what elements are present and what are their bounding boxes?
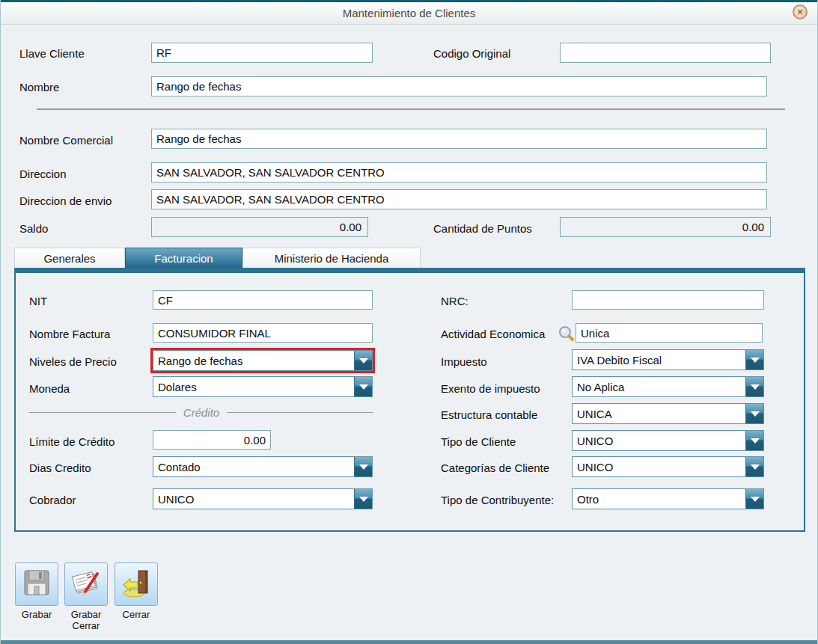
tab-generales-label: Generales [43,252,95,265]
llave-cliente-label: Llave Cliente [19,47,85,60]
tab-facturacion[interactable]: Facturacion [125,248,242,268]
exento-impuesto-value: No Aplica [573,377,745,396]
categorias-cliente-value: UNICO [573,457,745,476]
tab-generales[interactable]: Generales [14,248,125,268]
cerrar-button-label: Cerrar [108,609,165,620]
window-bottom-bar [1,640,817,644]
nombre-label: Nombre [19,81,59,93]
credito-group-title: Crédito [183,406,219,419]
close-icon[interactable]: × [793,4,808,19]
cobrador-label: Cobrador [29,494,76,506]
chevron-down-icon[interactable] [354,457,372,476]
chevron-down-icon[interactable] [745,377,763,396]
exento-impuesto-dropdown[interactable]: No Aplica [572,376,764,397]
impuesto-label: Impuesto [441,355,487,368]
categorias-cliente-label: Categorías de Cliente [441,461,549,474]
nombre-comercial-label: Nombre Comercial [19,134,113,147]
codigo-original-label: Codigo Original [433,47,510,60]
chevron-down-icon[interactable] [745,489,763,509]
actividad-economica-field[interactable] [576,323,763,343]
tab-facturacion-label: Facturacion [154,252,213,265]
tipo-cliente-label: Tipo de Cliente [441,435,516,448]
dias-credito-value: Contado [153,457,354,476]
cantidad-puntos-label: Cantidad de Puntos [433,222,532,235]
chevron-down-icon[interactable] [745,350,763,369]
nit-label: NIT [29,295,47,307]
limite-credito-label: Límite de Crédito [29,435,115,448]
grabar-cerrar-button[interactable] [64,562,108,606]
cerrar-button[interactable] [115,562,158,606]
grabar-cerrar-button-label: Grabar Cerrar [58,609,115,631]
tipo-cliente-dropdown[interactable]: UNICO [572,430,764,451]
direccion-envio-label: Direccion de envio [19,194,112,207]
cobrador-value: UNICO [153,489,354,509]
niveles-precio-dropdown[interactable]: Rango de fechas [153,350,373,371]
grabar-button-label: Grabar [8,609,65,620]
niveles-precio-label: Niveles de Precio [29,355,117,368]
tab-ministerio-label: Ministerio de Hacienda [275,252,389,265]
nit-field[interactable] [153,290,373,310]
tipo-contribuyente-dropdown[interactable]: Otro [572,488,764,509]
moneda-label: Moneda [29,382,70,395]
impuesto-dropdown[interactable]: IVA Debito Fiscal [572,349,764,370]
saldo-label: Saldo [19,222,48,235]
nombre-factura-field[interactable] [153,323,373,343]
saldo-field [151,217,368,237]
nombre-comercial-field[interactable] [151,129,767,149]
direccion-envio-field[interactable] [151,189,767,209]
chevron-down-icon[interactable] [354,351,372,370]
chevron-down-icon[interactable] [745,431,763,450]
chevron-down-icon[interactable] [745,457,763,476]
estructura-contable-label: Estructura contable [441,408,537,421]
nrc-field[interactable] [572,290,764,310]
limite-credito-field[interactable] [153,430,271,450]
nrc-label: NRC: [441,295,468,307]
dias-credito-label: Dias Credito [29,461,91,474]
chevron-down-icon[interactable] [354,377,372,396]
cobrador-dropdown[interactable]: UNICO [153,488,373,509]
grabar-button[interactable] [15,562,58,606]
tab-ministerio-de-hacienda[interactable]: Ministerio de Hacienda [242,248,421,268]
title-bar[interactable]: Mantenimiento de Clientes [1,2,817,25]
section-divider [37,108,785,110]
page-title: Mantenimiento de Clientes [343,7,476,19]
floppy-disk-icon [22,568,52,601]
direccion-field[interactable] [151,162,767,183]
credito-group-divider: Crédito [29,406,373,419]
estructura-contable-value: UNICA [573,404,745,423]
impuesto-value: IVA Debito Fiscal [573,350,745,369]
chevron-down-icon[interactable] [354,489,372,509]
chevron-down-icon[interactable] [745,404,763,423]
exit-door-icon [120,567,152,601]
llave-cliente-field[interactable] [151,43,373,63]
nombre-field[interactable] [151,76,767,96]
moneda-dropdown[interactable]: Dolares [153,376,373,397]
moneda-value: Dolares [153,377,354,396]
tipo-cliente-value: UNICO [573,431,745,450]
mantenimiento-clientes-dialog: Mantenimiento de Clientes × Llave Client… [0,0,818,644]
notebook-pencil-icon [70,567,102,601]
direccion-label: Direccion [19,168,67,180]
cantidad-puntos-field [560,217,771,237]
tipo-contribuyente-label: Tipo de Contribuyente: [441,494,554,506]
search-icon[interactable] [558,325,576,346]
categorias-cliente-dropdown[interactable]: UNICO [572,456,764,477]
niveles-precio-value: Rango de fechas [153,351,354,370]
codigo-original-field[interactable] [560,43,771,63]
tipo-contribuyente-value: Otro [573,489,745,509]
nombre-factura-label: Nombre Factura [29,328,110,340]
estructura-contable-dropdown[interactable]: UNICA [572,403,764,424]
exento-impuesto-label: Exento de impuesto [441,382,540,395]
dias-credito-dropdown[interactable]: Contado [153,456,373,477]
actividad-economica-label: Actividad Economica [441,328,545,340]
